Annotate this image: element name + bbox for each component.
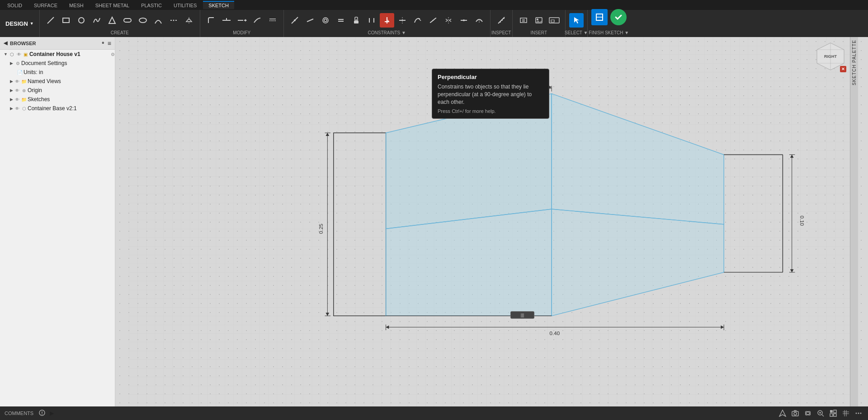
tangent-constraint-button[interactable]	[410, 13, 425, 28]
expand-arrow-sketches[interactable]: ▶	[10, 97, 13, 102]
folder-icon-container-house: ▣	[22, 51, 29, 58]
perpendicular-constraint-button[interactable]	[380, 13, 394, 28]
hv-constraint-button[interactable]	[395, 13, 410, 28]
svg-marker-3	[109, 17, 115, 23]
chevron-down-icon: ▼	[30, 21, 34, 26]
container-house-label: Container House v1	[29, 51, 110, 57]
tab-solid[interactable]: SOLID	[2, 1, 28, 9]
tab-sketch[interactable]: SKETCH	[203, 1, 234, 9]
smooth-constraint-button[interactable]	[426, 13, 440, 28]
visibility-icon-origin[interactable]: 👁	[14, 87, 20, 93]
tree-item-document-settings[interactable]: ▶ ⚙ Document Settings	[0, 59, 115, 68]
offset-curve-tool-button[interactable]	[265, 13, 280, 28]
tab-mesh[interactable]: MESH	[64, 1, 89, 9]
perpendicular-tooltip: Perpendicular Constrains two objects so …	[432, 69, 549, 119]
svg-point-2	[79, 18, 84, 23]
display-mode-icon[interactable]	[828, 408, 838, 418]
fillet-tool-button[interactable]	[204, 13, 218, 28]
orbit-icon[interactable]	[803, 408, 813, 418]
settings-icon-container-house[interactable]: ⚙	[111, 52, 115, 57]
point-tool-button[interactable]	[166, 13, 181, 28]
tab-sheet-metal[interactable]: SHEET METAL	[90, 1, 135, 9]
fix-constraint-button[interactable]	[349, 13, 363, 28]
insert-dxf-button[interactable]	[516, 13, 531, 28]
svg-text:0.10: 0.10	[799, 215, 805, 226]
tree-item-sketches[interactable]: ▶ 👁 📁 Sketches	[0, 95, 115, 104]
folder-icon-sketches: 📁	[20, 96, 28, 103]
tree-item-named-views[interactable]: ▶ 👁 📁 Named Views	[0, 77, 115, 86]
tree-item-container-house[interactable]: ▼ ⬡ 👁 ▣ Container House v1 ⚙	[0, 50, 115, 59]
finish-sketch-check-button[interactable]	[610, 9, 627, 25]
visibility-icon-sketches[interactable]: 👁	[14, 96, 20, 103]
zoom-icon[interactable]	[816, 408, 826, 418]
sketch-canvas[interactable]: 0.10 0.10 0.25 0.40 ||| Pe	[115, 37, 868, 406]
more-settings-icon[interactable]	[854, 408, 863, 418]
tab-utilities[interactable]: UTILITIES	[168, 1, 202, 9]
design-label: DESIGN	[5, 20, 28, 27]
slot-tool-button[interactable]	[120, 13, 135, 28]
concentric-constraint-button[interactable]	[318, 13, 333, 28]
trim-tool-button[interactable]	[219, 13, 234, 28]
browser-search-icon[interactable]: ⚬	[101, 40, 105, 46]
origin-label: Origin	[28, 87, 115, 93]
viewcube-close-icon[interactable]: ✕	[840, 66, 846, 72]
extend-tool-button[interactable]	[235, 13, 249, 28]
design-dropdown-button[interactable]: DESIGN ▼	[0, 10, 39, 37]
select-tool-button[interactable]	[569, 13, 584, 28]
visibility-icon-container-base[interactable]: 👁	[14, 105, 20, 112]
symmetry-constraint-button[interactable]	[441, 13, 456, 28]
comments-arrow-icon[interactable]: ▶	[50, 410, 54, 416]
view-cube[interactable]: RIGHT ✕	[815, 41, 846, 72]
expand-arrow-container-house[interactable]: ▼	[4, 52, 8, 56]
browser-menu-icon[interactable]: ≡	[108, 40, 111, 47]
measure-tool-button[interactable]	[494, 13, 509, 28]
expand-arrow-origin[interactable]: ▶	[10, 88, 13, 93]
expand-arrow-named-views[interactable]: ▶	[10, 79, 13, 84]
navigate-icon[interactable]	[778, 408, 788, 418]
folder-icon-named-views: 📁	[20, 78, 28, 85]
parallel-constraint-button[interactable]	[364, 13, 379, 28]
svg-point-19	[294, 19, 296, 21]
tree-item-origin[interactable]: ▶ 👁 ⊕ Origin	[0, 86, 115, 95]
visibility-icon-container-house[interactable]: 👁	[16, 51, 22, 57]
insert-section: INSERT	[513, 10, 566, 37]
tab-surface[interactable]: SURFACE	[28, 1, 63, 9]
polygon-tool-button[interactable]	[105, 13, 119, 28]
modify-section: MODIFY	[200, 10, 284, 37]
svg-point-116	[860, 413, 862, 414]
midpoint-constraint-button[interactable]	[457, 13, 471, 28]
sketch-palette-panel[interactable]: SKETCH PALETTE	[850, 37, 858, 406]
tree-item-units[interactable]: 📄 Units: in	[0, 68, 115, 77]
sidebar-collapse-icon[interactable]: ◀	[4, 40, 7, 46]
inspect-section: INSPECT	[491, 10, 513, 37]
collinear-constraint-button[interactable]	[303, 13, 317, 28]
curvature-constraint-button[interactable]	[472, 13, 486, 28]
camera-icon[interactable]	[790, 408, 800, 418]
equal-constraint-button[interactable]	[334, 13, 348, 28]
insert-svg-button[interactable]	[547, 13, 561, 28]
svg-point-49	[537, 19, 538, 20]
coincident-constraint-button[interactable]	[288, 13, 302, 28]
expand-arrow-doc-settings[interactable]: ▶	[10, 61, 13, 65]
select-section: SELECT ▼	[566, 10, 588, 37]
grid-icon[interactable]	[841, 408, 851, 418]
tab-plastic[interactable]: PLASTIC	[136, 1, 167, 9]
svg-rect-106	[830, 410, 833, 413]
view-control-icons	[778, 408, 863, 418]
mirror-tool-button[interactable]	[182, 13, 196, 28]
rectangle-tool-button[interactable]	[59, 13, 73, 28]
expand-arrow-container-base[interactable]: ▶	[10, 106, 13, 111]
circle-tool-button[interactable]	[74, 13, 89, 28]
spline-tool-button[interactable]	[90, 13, 104, 28]
svg-line-0	[47, 17, 54, 23]
comments-toggle-icon[interactable]	[39, 410, 45, 417]
sketches-label: Sketches	[28, 96, 115, 103]
tree-item-container-base[interactable]: ▶ 👁 ⬡ Container Base v2:1	[0, 104, 115, 113]
visibility-icon-named-views[interactable]: 👁	[14, 78, 20, 84]
break-tool-button[interactable]	[250, 13, 264, 28]
insert-image-button[interactable]	[532, 13, 546, 28]
ellipse-tool-button[interactable]	[136, 13, 150, 28]
document-settings-label: Document Settings	[21, 60, 115, 66]
line-tool-button[interactable]	[43, 13, 58, 28]
arc-tool-button[interactable]	[151, 13, 165, 28]
